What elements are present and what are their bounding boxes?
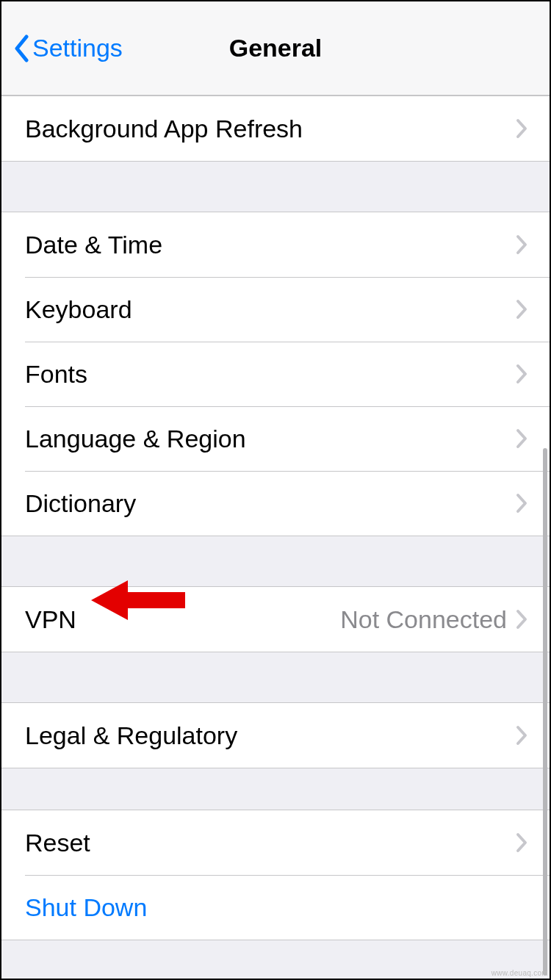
group-spacer (1, 652, 550, 702)
row-label: Fonts (25, 360, 516, 389)
chevron-right-icon (516, 428, 527, 449)
chevron-right-icon (516, 234, 527, 255)
back-label: Settings (32, 34, 123, 62)
row-date-time[interactable]: Date & Time (1, 212, 550, 277)
group-system: Date & Time Keyboard Fonts Language & Re… (1, 212, 550, 536)
row-detail: Not Connected (340, 605, 507, 634)
chevron-right-icon (516, 299, 527, 320)
watermark: www.deuaq.com (491, 969, 548, 977)
chevron-right-icon (516, 364, 527, 384)
group-spacer (1, 768, 550, 810)
chevron-right-icon (516, 832, 527, 853)
row-label: Background App Refresh (25, 115, 516, 143)
row-legal-regulatory[interactable]: Legal & Regulatory (1, 703, 550, 768)
row-reset[interactable]: Reset (1, 810, 550, 875)
row-label: Legal & Regulatory (25, 721, 516, 750)
chevron-right-icon (516, 493, 527, 514)
group-reset: Reset Shut Down (1, 810, 550, 940)
group-bgrefresh: Background App Refresh (1, 96, 550, 162)
navbar: Settings General (1, 1, 550, 96)
row-fonts[interactable]: Fonts (1, 342, 550, 406)
chevron-left-icon (13, 35, 29, 62)
chevron-right-icon (516, 725, 527, 746)
row-label: VPN (25, 605, 340, 634)
row-label: Shut Down (25, 893, 527, 922)
chevron-right-icon (516, 118, 527, 139)
row-dictionary[interactable]: Dictionary (1, 471, 550, 536)
scrollbar[interactable] (543, 448, 547, 976)
row-label: Dictionary (25, 489, 516, 518)
back-button[interactable]: Settings (9, 1, 127, 95)
row-vpn[interactable]: VPN Not Connected (1, 587, 550, 652)
row-label: Date & Time (25, 231, 516, 259)
row-label: Language & Region (25, 425, 516, 453)
group-legal: Legal & Regulatory (1, 702, 550, 768)
row-keyboard[interactable]: Keyboard (1, 277, 550, 342)
row-label: Keyboard (25, 295, 516, 324)
group-spacer (1, 536, 550, 586)
group-spacer (1, 162, 550, 212)
row-background-app-refresh[interactable]: Background App Refresh (1, 96, 550, 161)
row-label: Reset (25, 829, 516, 857)
group-vpn: VPN Not Connected (1, 586, 550, 652)
page-title: General (229, 34, 323, 62)
row-shut-down[interactable]: Shut Down (1, 875, 550, 940)
chevron-right-icon (516, 609, 527, 630)
row-language-region[interactable]: Language & Region (1, 406, 550, 471)
